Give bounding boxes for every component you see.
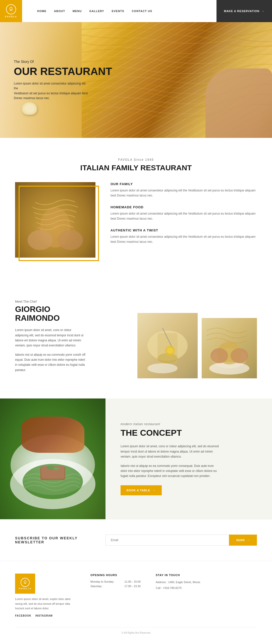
about-title: ITALIAN FAMILY RESTAURANT — [15, 164, 257, 172]
nav-about[interactable]: ABOUT — [54, 10, 65, 13]
hero-content: The Story Of OUR RESTAURANT Lorem ipsum … — [14, 60, 112, 101]
chef-eyebrow: Meet The Chef — [15, 300, 85, 303]
hero-hand — [205, 68, 272, 138]
chef-image-2 — [202, 318, 257, 378]
hero-title: OUR RESTAURANT — [14, 66, 112, 77]
svg-point-0 — [10, 7, 12, 10]
chef-name: GIORGIO RAIMONDO — [15, 305, 85, 323]
svg-point-25 — [53, 467, 60, 470]
footer-logo-text: PADELLA — [19, 587, 31, 590]
navbar: FAVOLA HOME ABOUT MENU GALLERY EVENTS CO… — [0, 0, 272, 22]
concept-eyebrow: modern italian restaurant — [121, 422, 257, 426]
newsletter-send-button[interactable]: SEND → — [229, 535, 257, 546]
footer-address: Address : 1460, Eagle Street, Illinois — [156, 580, 206, 584]
nav-contact[interactable]: CONTACT US — [132, 10, 152, 13]
feature-homemade-food: HOMEMADE FOOD Lorem ipsum dolor sit amet… — [111, 205, 257, 221]
feature-our-family: OUR FAMILY Lorem ipsum dolor sit amet co… — [111, 182, 257, 198]
newsletter-section: SUBSCRIBE TO OUR WEEKLY NEWSLETTER SEND … — [0, 519, 272, 561]
concept-food-svg — [0, 398, 105, 519]
make-reservation-button[interactable]: MAKE A RESERVATION → — [216, 0, 272, 22]
footer-hours-col: OPENING HOURS Monday to Sunday: 11:00 - … — [90, 574, 141, 617]
newsletter-form: SEND → — [105, 535, 257, 546]
svg-point-19 — [231, 348, 248, 363]
footer: PADELLA Lorem ipsum dolor sit amet, eopl… — [0, 561, 272, 642]
chef-section: Meet The Chef GIORGIO RAIMONDO Lorem ips… — [0, 278, 272, 398]
svg-point-26 — [24, 580, 26, 583]
concept-desc-2: Iaboris nisi ut aliquip ex ea commodo yo… — [121, 463, 221, 479]
logo-icon — [6, 4, 16, 14]
nav-menu[interactable]: MENU — [73, 10, 82, 13]
feature-desc-1: Lorem ipsum dolor sit amet consectetur a… — [111, 188, 257, 198]
footer-desc: Lorem ipsum dolor sit amet, eoplor toloc… — [15, 597, 75, 611]
nav-home[interactable]: HOME — [37, 10, 46, 13]
hero-desc: Lorem ipsum dolor sit amet consectetur a… — [14, 81, 89, 101]
nav-gallery[interactable]: GALLERY — [89, 10, 104, 13]
about-eyebrow: FAVOLA Since 1945 — [15, 158, 257, 162]
footer-instagram-link[interactable]: INSTAGRAM — [35, 614, 53, 617]
concept-image — [0, 398, 105, 519]
footer-logo-icon — [21, 578, 30, 587]
concept-title: THE CONCEPT — [121, 428, 257, 438]
concept-content: modern italian restaurant THE CONCEPT Lo… — [105, 398, 272, 519]
logo-text: FAVOLA — [5, 15, 17, 18]
footer-phone: Call : +918-789-8270 — [156, 586, 206, 590]
footer-copyright: © All Rights Are Reserved — [15, 627, 257, 634]
footer-hours-row-1: Monday to Sunday: 11:00 - 15:00 — [90, 580, 141, 583]
footer-top: PADELLA Lorem ipsum dolor sit amet, eopl… — [15, 574, 257, 617]
feature-desc-3: Lorem ipsum dolor sit amet consectetur a… — [111, 234, 257, 245]
newsletter-title: SUBSCRIBE TO OUR WEEKLY NEWSLETTER — [15, 536, 95, 544]
svg-point-10 — [147, 363, 178, 373]
footer-hours-row-2: Saturday: 17:00 - 23:30 — [90, 585, 141, 588]
chef-desc-2: Iaboris nisi ut aliquip ex ea commodo yo… — [15, 352, 85, 373]
footer-logo-col: PADELLA Lorem ipsum dolor sit amet, eopl… — [15, 574, 75, 617]
svg-point-24 — [46, 466, 54, 470]
feature-title-1: OUR FAMILY — [111, 182, 257, 186]
concept-desc-1: Lorem ipsum dolor sit amet, cons or ctet… — [121, 444, 221, 459]
chef-img-2-svg — [202, 318, 257, 378]
footer-hours-title: OPENING HOURS — [90, 574, 141, 577]
newsletter-email-input[interactable] — [105, 535, 229, 546]
hero-egg — [22, 102, 37, 115]
chef-img-1-svg — [137, 313, 198, 378]
chef-desc-1: Lorem ipsum dolor sit amet, cons or ctet… — [15, 328, 85, 348]
svg-point-18 — [210, 348, 228, 363]
footer-facebook-link[interactable]: FACEBOOK — [15, 614, 31, 617]
about-image-wrapper — [15, 182, 95, 258]
logo[interactable]: FAVOLA — [0, 0, 22, 22]
footer-social: FACEBOOK INSTAGRAM — [15, 614, 75, 617]
feature-title-3: AUTHENTIC WITH A TWIST — [111, 228, 257, 232]
logo-svg — [8, 7, 14, 12]
about-section: FAVOLA Since 1945 ITALIAN FAMILY RESTAUR… — [0, 138, 272, 278]
about-content: OUR FAMILY Lorem ipsum dolor sit amet co… — [15, 182, 257, 258]
feature-title-2: HOMEMADE FOOD — [111, 205, 257, 209]
footer-contact-col: STAY IN TOUCH Address : 1460, Eagle Stre… — [156, 574, 206, 617]
concept-section: modern italian restaurant THE CONCEPT Lo… — [0, 398, 272, 519]
nav-links: HOME ABOUT MENU GALLERY EVENTS CONTACT U… — [37, 10, 216, 13]
footer-logo-svg — [23, 580, 28, 585]
about-image-border — [19, 186, 99, 261]
feature-desc-2: Lorem ipsum dolor sit amet consectetur a… — [111, 211, 257, 221]
hero-section: The Story Of OUR RESTAURANT Lorem ipsum … — [0, 22, 272, 138]
hero-subtitle: The Story Of — [14, 60, 112, 64]
footer-contact-title: STAY IN TOUCH — [156, 574, 206, 577]
svg-point-13 — [167, 348, 173, 354]
chef-images — [95, 298, 257, 378]
nav-events[interactable]: EVENTS — [112, 10, 124, 13]
feature-authentic: AUTHENTIC WITH A TWIST Lorem ipsum dolor… — [111, 228, 257, 245]
footer-logo-box: PADELLA — [15, 574, 35, 594]
book-table-button[interactable]: BOOK A TABLE → — [121, 485, 162, 495]
chef-content: Meet The Chef GIORGIO RAIMONDO Lorem ips… — [15, 300, 95, 377]
about-features: OUR FAMILY Lorem ipsum dolor sit amet co… — [111, 182, 257, 251]
chef-image-1 — [137, 313, 198, 378]
